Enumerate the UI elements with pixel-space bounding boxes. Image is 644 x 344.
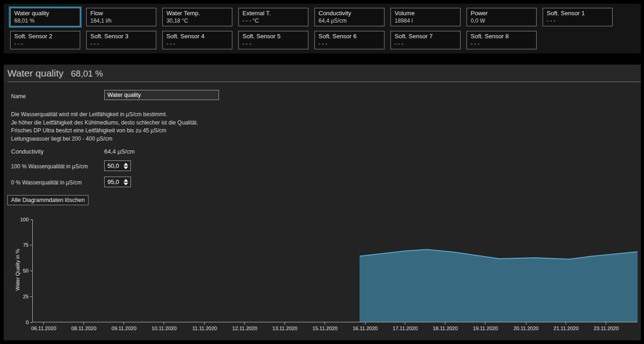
name-label: Name	[11, 93, 26, 100]
x-tick-label: 15.11.2020	[313, 326, 337, 331]
sensor-tile-soft-sensor-8[interactable]: Soft. Sensor 8 - - -	[467, 31, 537, 49]
y-tick-mark	[30, 219, 32, 220]
x-tick-label: 23.11.2020	[594, 326, 619, 331]
y-tick-mark	[30, 245, 32, 245]
sensor-tile-value: - - -	[166, 41, 228, 47]
x-tick-mark	[284, 322, 285, 325]
sensor-tile-soft-sensor-7[interactable]: Soft. Sensor 7 - - -	[390, 31, 461, 49]
up-arrow-icon	[124, 179, 128, 182]
x-tick-mark	[43, 322, 44, 325]
sensor-tile-soft-sensor-2[interactable]: Soft. Sensor 2 - - -	[10, 31, 80, 49]
plot-area: 025507510006.11.202008.11.202009.11.2020…	[32, 219, 638, 322]
sensor-tile-label: Conductivity	[319, 10, 380, 17]
sensor-tile-label: Soft. Sensor 8	[471, 33, 532, 40]
sensor-tile-flow[interactable]: Flow 164,1 l/h	[86, 8, 156, 26]
sensor-tile-water-temp[interactable]: Water Temp. 30,18 °C	[162, 8, 232, 26]
description-line: Die Wasserqualität wird mit der Leitfähi…	[11, 111, 198, 119]
y-tick-label: 75	[15, 242, 29, 248]
sensor-tile-label: Water Temp.	[166, 10, 228, 17]
x-tick-label: 21.11.2020	[554, 326, 579, 331]
sensor-tile-value: - - -	[547, 18, 609, 24]
sensor-tile-value: 64,4 µS/cm	[319, 18, 380, 24]
stepper-up-button[interactable]	[124, 179, 128, 182]
quality-100-stepper	[104, 160, 131, 171]
sensor-tile-volume[interactable]: Volume 18984 l	[390, 8, 461, 26]
y-tick-label: 50	[15, 268, 29, 273]
sensor-tile-conductivity[interactable]: Conductivity 64,4 µS/cm	[314, 8, 384, 26]
sensor-tile-strip: Water quality 68,01 % Flow 164,1 l/h Wat…	[4, 4, 641, 53]
x-tick-label: 11.11.2020	[192, 326, 217, 331]
quality-0-label: 0 % Wasserqualität in µS/cm	[11, 179, 82, 186]
aquasuite-sensor-window: { "colors": { "accent_selected_tile": "#…	[0, 0, 644, 344]
panel-title-text: Water quality	[7, 68, 64, 79]
sensor-tile-label: Soft. Sensor 7	[395, 33, 456, 40]
x-tick-label: 08.11.2020	[71, 326, 96, 331]
sensor-tile-soft-sensor-1[interactable]: Soft. Sensor 1 - - -	[543, 8, 613, 26]
x-tick-label: 09.11.2020	[112, 326, 136, 331]
sensor-tile-label: Soft. Sensor 4	[166, 33, 228, 40]
y-tick-label: 25	[15, 294, 29, 299]
y-tick-label: 0	[15, 320, 29, 325]
conductivity-value: 64,4 µS/cm	[104, 148, 135, 155]
sensor-tile-value: 18984 l	[395, 18, 456, 24]
x-tick-label: 20.11.2020	[514, 326, 538, 331]
x-tick-mark	[405, 322, 405, 325]
stepper-up-button[interactable]	[124, 163, 128, 166]
stepper-arrows	[124, 163, 130, 169]
x-tick-mark	[445, 322, 445, 325]
x-tick-label: 19.11.2020	[473, 326, 498, 331]
x-tick-mark	[526, 322, 526, 325]
x-tick-mark	[485, 322, 485, 325]
x-tick-mark	[204, 322, 205, 325]
y-axis-line	[32, 219, 33, 322]
sensor-tile-label: Soft. Sensor 5	[242, 33, 304, 40]
x-tick-mark	[244, 322, 245, 325]
down-arrow-icon	[124, 166, 128, 169]
description-text: Die Wasserqualität wird mit der Leitfähi…	[11, 111, 198, 143]
sensor-tile-soft-sensor-4[interactable]: Soft. Sensor 4 - - -	[162, 31, 232, 49]
stepper-down-button[interactable]	[124, 183, 128, 185]
quality-0-stepper	[104, 177, 131, 187]
sensor-tile-value: - - -	[319, 41, 380, 47]
name-input[interactable]	[104, 90, 219, 100]
x-tick-mark	[365, 322, 366, 325]
sensor-tile-value: - - -	[242, 41, 304, 47]
sensor-tile-soft-sensor-5[interactable]: Soft. Sensor 5 - - -	[238, 31, 308, 49]
x-tick-mark	[566, 322, 566, 325]
x-tick-label: 10.11.2020	[152, 326, 177, 331]
description-line: Leitungswasser liegt bei 200 - 400 µS/cm	[11, 135, 198, 143]
header-divider	[7, 82, 641, 82]
panel-title-value: 68,01 %	[71, 69, 103, 79]
stepper-down-button[interactable]	[124, 166, 128, 169]
clear-chart-data-button[interactable]: Alle Diagrammdaten löschen	[7, 195, 89, 205]
x-axis-line	[32, 322, 638, 322]
sensor-tile-value: - - - °C	[242, 18, 304, 24]
down-arrow-icon	[124, 183, 128, 185]
sensor-tile-soft-sensor-3[interactable]: Soft. Sensor 3 - - -	[86, 31, 156, 49]
sensor-tile-label: Power	[471, 10, 532, 17]
x-tick-label: 17.11.2020	[393, 326, 418, 331]
sensor-tile-row-1: Water quality 68,01 % Flow 164,1 l/h Wat…	[10, 8, 613, 26]
y-tick-label: 100	[15, 217, 29, 222]
x-tick-mark	[606, 322, 606, 325]
sensor-tile-label: Soft. Sensor 6	[319, 33, 380, 40]
sensor-tile-soft-sensor-6[interactable]: Soft. Sensor 6 - - -	[314, 31, 384, 49]
sensor-detail-panel: Water quality 68,01 % Name Die Wasserqua…	[4, 65, 641, 340]
sensor-tile-external-t[interactable]: External T. - - - °C	[238, 8, 308, 26]
y-tick-mark	[30, 322, 32, 323]
quality-0-input[interactable]	[105, 178, 124, 185]
x-tick-label: 06.11.2020	[31, 326, 56, 331]
sensor-tile-value: 164,1 l/h	[90, 18, 152, 24]
quality-100-input[interactable]	[105, 162, 124, 169]
sensor-tile-power[interactable]: Power 0,0 W	[467, 8, 537, 26]
stepper-arrows	[124, 179, 130, 185]
area-fill	[360, 249, 638, 322]
sensor-tile-label: Soft. Sensor 2	[14, 33, 76, 40]
quality-100-label: 100 % Wasserqualität in µS/cm	[11, 163, 88, 170]
y-tick-mark	[30, 271, 32, 271]
y-tick-mark	[30, 297, 32, 297]
sensor-tile-water-quality[interactable]: Water quality 68,01 %	[10, 8, 80, 26]
sensor-tile-value: - - -	[90, 41, 152, 47]
water-quality-area-series	[32, 219, 638, 322]
sensor-tile-value: 68,01 %	[14, 18, 76, 24]
